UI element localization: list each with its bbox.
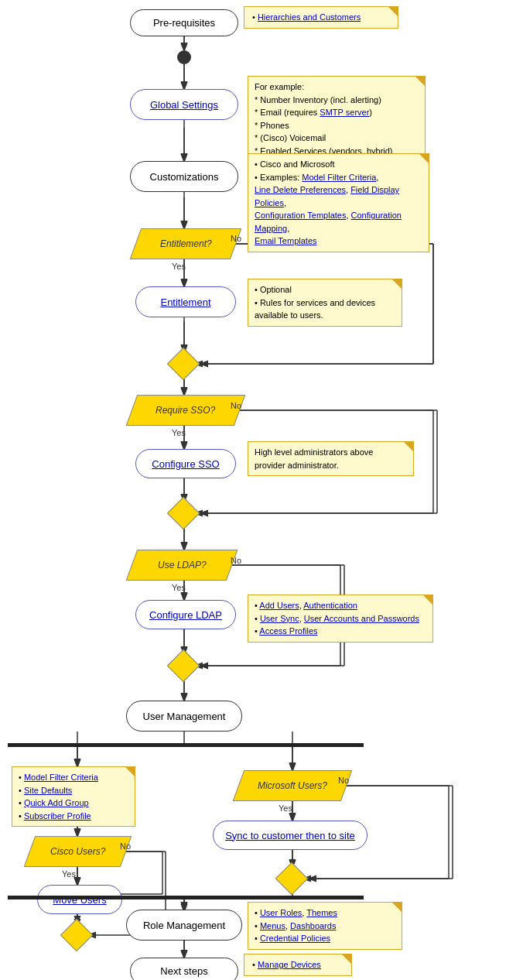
use-ldap-diamond: Use LDAP? — [126, 550, 238, 581]
cisco-note: • Model Filter Criteria • Site Defaults … — [12, 766, 135, 827]
configure-sso-node[interactable]: Configure SSO — [135, 449, 236, 478]
line-delete-link[interactable]: Line Delete Preferences — [255, 185, 346, 194]
access-profiles-link[interactable]: Access Profiles — [259, 626, 317, 636]
smtp-server-link[interactable]: SMTP server — [320, 108, 369, 117]
sso-merge-diamond — [167, 497, 200, 529]
authentication-link[interactable]: Authentication — [303, 601, 357, 610]
ldap-no-label: No — [231, 556, 241, 565]
cisco-no-label: No — [120, 841, 131, 851]
themes-link[interactable]: Themes — [306, 908, 337, 917]
entitlement-merge-diamond — [167, 348, 200, 380]
ms-yes-label: Yes — [279, 804, 292, 813]
model-filter-link2[interactable]: Model Filter Criteria — [24, 773, 98, 782]
sso-no-label: No — [231, 401, 241, 410]
prerequisites-note: • Hierarchies and Customers — [244, 6, 398, 29]
email-templates-link[interactable]: Email Templates — [255, 236, 317, 245]
quick-add-link[interactable]: Quick Add Group — [24, 798, 89, 807]
site-defaults-link[interactable]: Site Defaults — [24, 786, 72, 795]
global-settings-link[interactable]: Global Settings — [150, 99, 218, 111]
hierarchies-customers-link[interactable]: Hierarchies and Customers — [258, 12, 361, 22]
ldap-merge-diamond — [167, 649, 200, 682]
sync-link[interactable]: Sync to customer then to site — [225, 830, 355, 841]
ldap-yes-label: Yes — [172, 583, 186, 592]
cisco-merge-diamond — [60, 919, 93, 951]
global-settings-node[interactable]: Global Settings — [130, 89, 238, 120]
require-sso-diamond: Require SSO? — [126, 395, 246, 426]
entitlement-yes-label: Yes — [172, 262, 186, 271]
role-management-node: Role Management — [126, 910, 242, 941]
flowchart-diagram: Pre-requisites • Hierarchies and Custome… — [0, 0, 523, 980]
sync-to-customer-node[interactable]: Sync to customer then to site — [213, 821, 367, 850]
configure-ldap-link[interactable]: Configure LDAP — [149, 609, 222, 621]
config-templates-link[interactable]: Configuration Templates — [255, 211, 346, 220]
sso-yes-label: Yes — [172, 428, 186, 437]
role-management-note: • User Roles, Themes • Menus, Dashboards… — [248, 902, 402, 950]
user-accounts-link[interactable]: User Accounts and Passwords — [304, 614, 419, 623]
entitlement-note: • Optional• Rules for services and devic… — [248, 279, 402, 327]
add-users-link[interactable]: Add Users — [259, 601, 299, 610]
entitlement-node[interactable]: Entitlement — [135, 286, 236, 317]
dashboards-link[interactable]: Dashboards — [290, 921, 336, 930]
next-steps-note: • Manage Devices — [244, 954, 352, 976]
user-management-node: User Management — [126, 701, 242, 732]
manage-devices-link[interactable]: Manage Devices — [258, 960, 321, 969]
entitlement-link[interactable]: Entitlement — [160, 296, 210, 308]
prerequisites-node: Pre-requisites — [130, 9, 238, 36]
configure-ldap-node[interactable]: Configure LDAP — [135, 600, 236, 629]
next-steps-node: Next steps — [130, 958, 238, 980]
subscriber-profile-link[interactable]: Subscriber Profile — [24, 811, 91, 821]
credential-policies-link[interactable]: Credential Policies — [260, 934, 330, 943]
customizations-note: • Cisco and Microsoft • Examples: Model … — [248, 153, 429, 252]
move-users-node[interactable]: Move Users — [37, 885, 122, 914]
user-roles-link[interactable]: User Roles — [260, 908, 302, 917]
ms-no-label: No — [338, 776, 349, 785]
user-management-note: • Add Users, Authentication • User Sync,… — [248, 595, 433, 642]
start-circle — [177, 50, 191, 64]
microsoft-users-diamond: Microsoft Users? — [233, 770, 353, 801]
top-separator-line — [8, 743, 364, 747]
cisco-yes-label: Yes — [62, 869, 76, 879]
cisco-users-diamond: Cisco Users? — [24, 836, 132, 867]
model-filter-criteria-link[interactable]: Model Filter Criteria — [302, 173, 376, 182]
entitlement-no-label: No — [231, 234, 241, 243]
customizations-node: Customizations — [130, 161, 238, 192]
configure-sso-link[interactable]: Configure SSO — [152, 458, 219, 470]
menus-link[interactable]: Menus — [260, 921, 285, 930]
ms-merge-diamond — [275, 862, 308, 895]
bottom-separator-line — [8, 896, 364, 899]
sso-note: High level administrators aboveprovider … — [248, 441, 414, 476]
entitlement-diamond: Entitlement? — [130, 228, 242, 259]
user-sync-link[interactable]: User Sync — [260, 614, 299, 623]
global-settings-note: For example: * Number Inventory (incl. a… — [248, 76, 426, 162]
